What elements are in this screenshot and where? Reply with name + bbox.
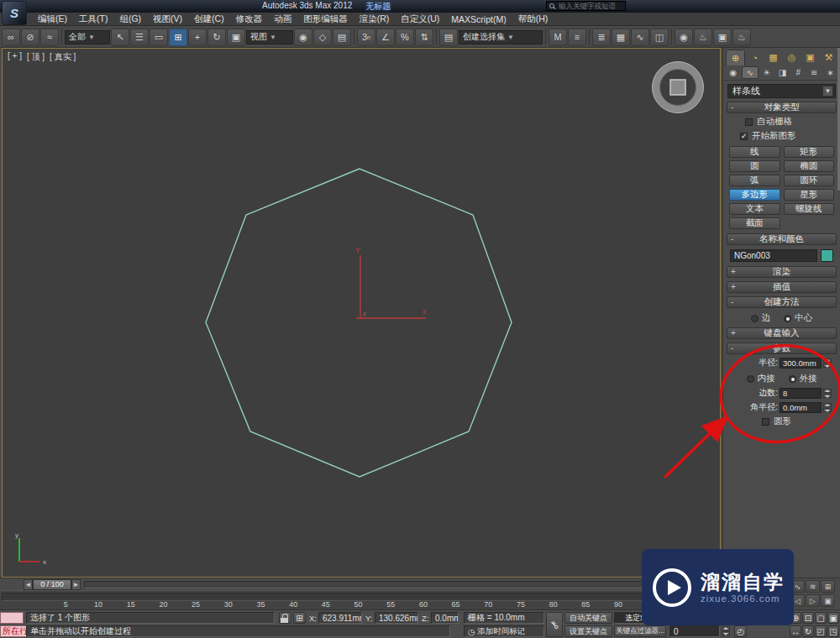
- orbit-icon[interactable]: ↻: [802, 625, 814, 637]
- button-star[interactable]: 星形: [784, 189, 835, 201]
- rollout-name-color[interactable]: - 名称和颜色: [727, 233, 837, 245]
- button-text[interactable]: 文本: [729, 203, 780, 215]
- select-and-manipulate-icon[interactable]: ◇: [313, 29, 332, 46]
- frame-spinner[interactable]: [722, 626, 730, 635]
- z-coord-field[interactable]: 0.0mm: [431, 612, 459, 624]
- keyboard-shortcut-override-icon[interactable]: ▤: [333, 29, 351, 46]
- rollout-keyboard-entry[interactable]: + 键盘输入: [727, 327, 837, 339]
- layer-manager-icon[interactable]: ≣: [592, 29, 611, 46]
- tab-motion[interactable]: ◎: [783, 50, 801, 65]
- subtab-shapes[interactable]: ∿: [742, 66, 759, 79]
- menu-views[interactable]: 视图(V): [147, 13, 188, 25]
- viewport-general-menu[interactable]: [ + ]: [8, 51, 22, 63]
- current-frame-field[interactable]: 0: [669, 625, 720, 637]
- shape-category-dropdown[interactable]: 样条线 ▼: [727, 84, 836, 98]
- menu-tools[interactable]: 工具(T): [73, 13, 113, 25]
- track-options-icon[interactable]: ≋: [806, 580, 820, 593]
- track-filter-icon[interactable]: ⊞: [821, 580, 835, 593]
- viewport-shading-menu[interactable]: [ 真实 ]: [50, 51, 76, 63]
- previous-frame-button[interactable]: ◄: [24, 579, 33, 590]
- infocenter-search[interactable]: [546, 1, 626, 11]
- edit-named-selection-sets-icon[interactable]: ▤: [439, 29, 458, 46]
- subtab-systems[interactable]: ∗: [822, 66, 837, 79]
- ngon-spline[interactable]: Y x z: [3, 49, 722, 577]
- object-color-swatch[interactable]: [821, 249, 833, 262]
- track-mode-icon[interactable]: ▣: [821, 594, 835, 607]
- subtab-cameras[interactable]: ◨: [775, 66, 790, 79]
- object-name-field[interactable]: NGon003: [730, 249, 817, 262]
- schematic-view-icon[interactable]: ◫: [650, 29, 669, 46]
- auto-key-button[interactable]: 自动关键点: [564, 612, 612, 624]
- select-and-rotate-icon[interactable]: ↻: [207, 29, 226, 46]
- set-key-button[interactable]: 设置关键点: [564, 625, 612, 637]
- menu-graph-editors[interactable]: 图形编辑器: [297, 13, 354, 25]
- select-and-scale-icon[interactable]: ▣: [227, 29, 245, 46]
- circular-checkbox[interactable]: [762, 418, 769, 426]
- radius-spinner[interactable]: [823, 358, 832, 368]
- absolute-mode-toggle[interactable]: ⊞: [293, 612, 306, 624]
- menu-create[interactable]: 创建(C): [188, 13, 230, 25]
- rollout-interpolation[interactable]: + 插值: [727, 281, 837, 293]
- percent-snap-icon[interactable]: %: [396, 29, 414, 46]
- snap-toggle-icon[interactable]: 3n: [357, 29, 375, 46]
- spinner-snap-icon[interactable]: ⇅: [415, 29, 433, 46]
- center-radio[interactable]: [784, 315, 791, 322]
- next-frame-button[interactable]: ►: [71, 579, 81, 590]
- tab-display[interactable]: ▣: [801, 50, 819, 65]
- inscribed-radio[interactable]: [747, 375, 754, 383]
- use-pivot-center-icon[interactable]: ◉: [294, 29, 312, 46]
- button-donut[interactable]: 圆环: [784, 175, 835, 186]
- bind-to-space-warp-icon[interactable]: ≈: [40, 29, 59, 46]
- zoom-all-icon[interactable]: ⊡: [802, 612, 814, 624]
- menu-modifiers[interactable]: 修改器: [230, 13, 269, 25]
- selection-lock-toggle[interactable]: [279, 612, 291, 624]
- pan-icon[interactable]: ↔: [790, 625, 801, 637]
- zoom-region-icon[interactable]: ◰: [815, 625, 827, 637]
- sides-field[interactable]: 8: [780, 388, 822, 399]
- key-filters-button[interactable]: 关键点过滤器...: [614, 625, 666, 637]
- menu-rendering[interactable]: 渲染(R): [354, 13, 396, 25]
- rollout-parameters[interactable]: - 参数: [727, 343, 837, 354]
- track-next-icon[interactable]: ▷: [806, 594, 820, 607]
- select-and-move-icon[interactable]: +: [188, 29, 207, 46]
- render-setup-icon[interactable]: ♨: [694, 29, 712, 46]
- x-coord-field[interactable]: 623.911mm: [318, 612, 362, 624]
- render-production-icon[interactable]: ♨: [732, 29, 751, 46]
- window-crossing-toggle-icon[interactable]: ⊞: [169, 29, 187, 46]
- maximize-viewport-icon[interactable]: ◳: [827, 625, 839, 637]
- edge-radio[interactable]: [751, 315, 759, 322]
- zoom-extents-icon[interactable]: ▢: [815, 612, 827, 624]
- select-by-name-icon[interactable]: ☰: [130, 29, 149, 46]
- button-circle[interactable]: 圆: [729, 160, 780, 172]
- rollout-object-type[interactable]: - 对象类型: [727, 102, 837, 113]
- subtab-lights[interactable]: ☀: [759, 66, 774, 79]
- time-tag[interactable]: ◷添加时间标记: [464, 625, 544, 637]
- menu-customize[interactable]: 自定义(U): [395, 13, 445, 25]
- circumscribed-radio[interactable]: [789, 375, 796, 383]
- tab-utilities[interactable]: ⚒: [820, 50, 837, 65]
- button-section[interactable]: 截面: [729, 217, 780, 229]
- autogrid-checkbox[interactable]: [745, 118, 753, 126]
- y-coord-field[interactable]: 130.626mm: [375, 612, 418, 624]
- select-and-link-icon[interactable]: ∞: [2, 29, 20, 46]
- curve-editor-icon[interactable]: ∿: [631, 29, 649, 46]
- radius-field[interactable]: 300.0mm: [780, 358, 822, 369]
- angle-snap-icon[interactable]: ∠: [376, 29, 395, 46]
- button-ellipse[interactable]: 椭圆: [784, 160, 835, 172]
- rollout-creation-method[interactable]: - 创建方法: [727, 296, 837, 308]
- rollout-rendering[interactable]: + 渲染: [727, 266, 837, 278]
- app-menu-button[interactable]: S: [2, 1, 27, 25]
- maxscript-macro-recorder[interactable]: [0, 612, 24, 624]
- named-selection-dropdown[interactable]: 创建选择集▼: [459, 30, 543, 44]
- tab-hierarchy[interactable]: ▦: [764, 50, 782, 65]
- material-editor-icon[interactable]: ◉: [675, 29, 693, 46]
- tab-create[interactable]: ⊕: [726, 50, 745, 65]
- time-slider-handle[interactable]: 0 / 100: [33, 579, 71, 590]
- corner-radius-field[interactable]: 0.0mm: [780, 402, 822, 413]
- set-keys-button[interactable]: ⚷: [546, 612, 563, 637]
- rectangular-selection-region-icon[interactable]: ▭: [150, 29, 168, 46]
- unlink-selection-icon[interactable]: ⊘: [21, 29, 39, 46]
- graphite-ribbon-icon[interactable]: ▦: [612, 29, 630, 46]
- menu-animation[interactable]: 动画: [268, 13, 297, 25]
- rendered-frame-window-icon[interactable]: ▣: [713, 29, 732, 46]
